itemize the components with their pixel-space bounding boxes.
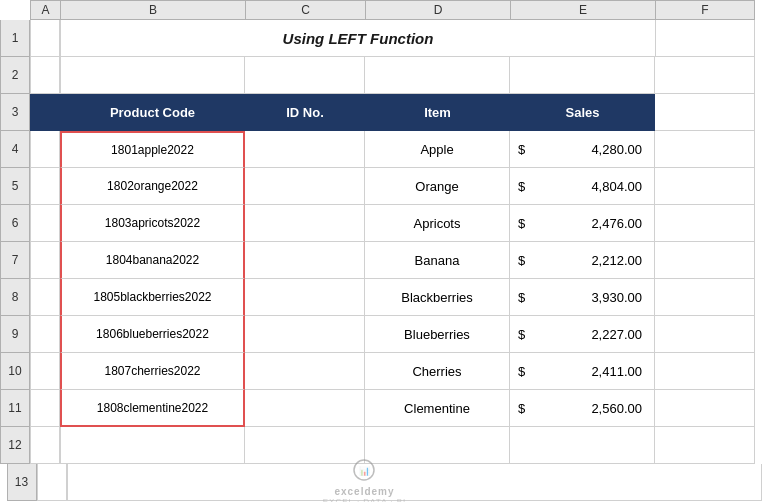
dollar-sign: $ — [518, 179, 525, 194]
cell-11e-sales: $ 2,560.00 — [510, 390, 655, 427]
dollar-sign: $ — [518, 142, 525, 157]
cell-11c-id — [245, 390, 365, 427]
cell-11d-item: Clementine — [365, 390, 510, 427]
row-num-11: 11 — [0, 390, 30, 427]
cell-6a — [30, 205, 60, 242]
cell-9a — [30, 316, 60, 353]
header-id-no: ID No. — [245, 94, 365, 131]
cell-6e-sales: $ 2,476.00 — [510, 205, 655, 242]
exceldemy-logo-icon: 📊 — [350, 458, 378, 486]
col-header-d: D — [365, 0, 510, 20]
header-product-code: Product Code — [60, 94, 245, 131]
row-3-header: 3 Product Code ID No. Item Sales — [0, 94, 768, 131]
row-9: 9 1806blueberries2022 Blueberries $ 2,22… — [0, 316, 768, 353]
cell-title: Using LEFT Function — [60, 20, 655, 57]
dollar-sign: $ — [518, 364, 525, 379]
cell-10b-code: 1807cherries2022 — [60, 353, 245, 390]
cell-12a — [30, 427, 60, 464]
cell-7d-item: Banana — [365, 242, 510, 279]
cell-12e — [510, 427, 655, 464]
sales-value: 2,560.00 — [529, 401, 650, 416]
cell-10d-item: Cherries — [365, 353, 510, 390]
cell-3a — [30, 94, 60, 131]
row-10: 10 1807cherries2022 Cherries $ 2,411.00 — [0, 353, 768, 390]
cell-6f — [655, 205, 755, 242]
cell-4e-sales: $ 4,280.00 — [510, 131, 655, 168]
cell-6b-code: 1803apricots2022 — [60, 205, 245, 242]
cell-10e-sales: $ 2,411.00 — [510, 353, 655, 390]
row-num-10: 10 — [0, 353, 30, 390]
cell-10c-id — [245, 353, 365, 390]
col-header-f: F — [655, 0, 755, 20]
dollar-sign: $ — [518, 216, 525, 231]
row-num-5: 5 — [0, 168, 30, 205]
cell-5d-item: Orange — [365, 168, 510, 205]
watermark-name: exceldemy — [334, 486, 394, 497]
row-1: 1 Using LEFT Function — [0, 20, 768, 57]
cell-7f — [655, 242, 755, 279]
sales-value: 2,212.00 — [529, 253, 650, 268]
cell-9c-id — [245, 316, 365, 353]
row-6: 6 1803apricots2022 Apricots $ 2,476.00 — [0, 205, 768, 242]
cell-11f — [655, 390, 755, 427]
cell-11a — [30, 390, 60, 427]
cell-9b-code: 1806blueberries2022 — [60, 316, 245, 353]
row-2: 2 — [0, 57, 768, 94]
col-headers: A B C D E F — [30, 0, 768, 20]
sales-value: 4,804.00 — [529, 179, 650, 194]
row-num-2: 2 — [0, 57, 30, 94]
cell-9f — [655, 316, 755, 353]
cell-5e-sales: $ 4,804.00 — [510, 168, 655, 205]
col-header-e: E — [510, 0, 655, 20]
svg-text:📊: 📊 — [359, 465, 371, 477]
cell-10f — [655, 353, 755, 390]
cell-4a — [30, 131, 60, 168]
dollar-sign: $ — [518, 253, 525, 268]
row-7: 7 1804banana2022 Banana $ 2,212.00 — [0, 242, 768, 279]
cell-8a — [30, 279, 60, 316]
cell-13a — [37, 464, 67, 501]
cell-3f — [655, 94, 755, 131]
sales-value: 4,280.00 — [529, 142, 650, 157]
row-11: 11 1808clementine2022 Clementine $ 2,560… — [0, 390, 768, 427]
cell-2c — [245, 57, 365, 94]
sales-value: 2,227.00 — [529, 327, 650, 342]
cell-9d-item: Blueberries — [365, 316, 510, 353]
cell-6c-id — [245, 205, 365, 242]
cell-9e-sales: $ 2,227.00 — [510, 316, 655, 353]
cell-8d-item: Blackberries — [365, 279, 510, 316]
cell-4f — [655, 131, 755, 168]
cell-8e-sales: $ 3,930.00 — [510, 279, 655, 316]
dollar-sign: $ — [518, 290, 525, 305]
row-8: 8 1805blackberries2022 Blackberries $ 3,… — [0, 279, 768, 316]
row-num-13: 13 — [7, 464, 37, 501]
cell-13f — [662, 464, 762, 501]
cell-7c-id — [245, 242, 365, 279]
cell-2b — [60, 57, 245, 94]
header-item: Item — [365, 94, 510, 131]
cell-2e — [510, 57, 655, 94]
row-13: 13 📊 exceldemy EXCEL · DATA · BI — [0, 464, 768, 501]
cell-8f — [655, 279, 755, 316]
row-num-12: 12 — [0, 427, 30, 464]
cell-2f — [655, 57, 755, 94]
spreadsheet-wrapper: A B C D E F 1 Using LEFT Function 2 3 — [0, 0, 768, 502]
cell-4c-id — [245, 131, 365, 168]
cell-5a — [30, 168, 60, 205]
cell-5b-code: 1802orange2022 — [60, 168, 245, 205]
watermark-tagline: EXCEL · DATA · BI — [323, 497, 407, 502]
col-header-a: A — [30, 0, 60, 20]
cell-11b-code: 1808clementine2022 — [60, 390, 245, 427]
cell-13-watermark: 📊 exceldemy EXCEL · DATA · BI — [67, 464, 662, 501]
watermark: 📊 exceldemy EXCEL · DATA · BI — [323, 458, 407, 502]
cell-12f — [655, 427, 755, 464]
sales-value: 2,411.00 — [529, 364, 650, 379]
row-num-7: 7 — [0, 242, 30, 279]
row-num-9: 9 — [0, 316, 30, 353]
sales-value: 2,476.00 — [529, 216, 650, 231]
row-num-3: 3 — [0, 94, 30, 131]
cell-8c-id — [245, 279, 365, 316]
cell-8b-code: 1805blackberries2022 — [60, 279, 245, 316]
cell-10a — [30, 353, 60, 390]
dollar-sign: $ — [518, 327, 525, 342]
